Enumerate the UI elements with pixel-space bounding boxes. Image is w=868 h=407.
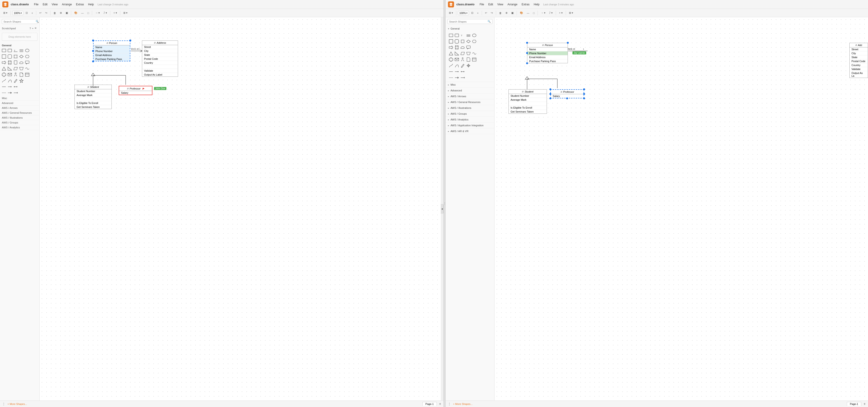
diagram-btn-1[interactable]: ⊞ ▾ <box>2 10 9 15</box>
panel-general-header-2[interactable]: General <box>446 26 494 31</box>
rect-2[interactable]: □ <box>532 11 536 15</box>
shape-rect2[interactable] <box>7 48 12 53</box>
menu-view-2[interactable]: View <box>495 2 505 7</box>
s2-avg[interactable]: Average Mark <box>509 98 547 102</box>
s2-num[interactable]: Student Number <box>509 94 547 98</box>
shape-msg[interactable] <box>7 72 12 77</box>
ps-text[interactable]: T <box>460 33 465 38</box>
menu-arrange-1[interactable]: Arrange <box>60 2 74 7</box>
panel-advanced-header-2[interactable]: Advanced <box>446 88 494 93</box>
tofront-1[interactable]: ▣ <box>64 10 69 15</box>
shape-pencil[interactable] <box>13 78 18 83</box>
add-page-btn-2[interactable]: + <box>864 402 866 406</box>
sidebar-aws-illus-1[interactable]: AWS / Illustrations <box>0 115 39 120</box>
arrow-2[interactable]: → ▾ <box>539 10 547 15</box>
panel-aws-ar-header-2[interactable]: AWS / AR & VR <box>446 128 494 134</box>
undo-1[interactable]: ↩ <box>38 10 43 15</box>
ps-cyl[interactable] <box>454 45 459 50</box>
shape-trap[interactable] <box>19 66 24 71</box>
ps-note[interactable] <box>466 57 471 62</box>
menu-help-1[interactable]: Help <box>86 2 96 7</box>
s2-enroll[interactable]: Is Eligible To Enroll <box>509 106 547 110</box>
ps-dashed[interactable] <box>448 75 454 80</box>
ps-crosshair[interactable] <box>466 63 471 68</box>
address-table-2[interactable]: ⊞ Adc Street City State Postal Code Coun… <box>849 43 868 78</box>
search-input-2[interactable] <box>449 20 488 23</box>
redo-1[interactable]: ↪ <box>44 10 49 15</box>
panel-aws-analytics-header-2[interactable]: AWS / Analytics <box>446 117 494 122</box>
shape-cylinder[interactable] <box>7 60 12 65</box>
ps-trap[interactable] <box>466 51 471 56</box>
shape-lines[interactable] <box>19 48 24 53</box>
zoom-control-2[interactable]: 100% ▾ <box>458 11 469 15</box>
shape-tri[interactable] <box>1 66 6 71</box>
table-1[interactable]: ⊞ ▾ <box>122 10 129 15</box>
shape-wave[interactable] <box>25 66 30 71</box>
shape-hexagon[interactable] <box>25 54 30 59</box>
insert-2[interactable]: + ▾ <box>558 10 564 15</box>
shape-arr2[interactable] <box>7 90 12 95</box>
menu-view-1[interactable]: View <box>50 2 60 7</box>
sidebar-aws-analytics-1[interactable]: AWS / Analytics <box>0 125 39 130</box>
tofront-2[interactable]: ▣ <box>510 10 515 15</box>
ps-hex[interactable] <box>472 39 477 44</box>
ps-open-arr[interactable] <box>454 75 459 80</box>
ps-curve[interactable] <box>454 63 459 68</box>
student-seminars-1[interactable]: Get Seminars Taken <box>75 105 112 109</box>
sidebar-aws-groups-1[interactable]: AWS / Groups <box>0 120 39 125</box>
shape-list[interactable] <box>25 72 30 77</box>
student-avg-1[interactable]: Average Mark <box>75 93 112 97</box>
shape-rounded[interactable] <box>7 54 12 59</box>
a2-street[interactable]: Street <box>849 47 868 52</box>
prof-salary-1[interactable]: Salary <box>119 91 152 95</box>
sidebar-misc-1[interactable]: Misc <box>0 96 39 101</box>
addr-postal-1[interactable]: Postal Code <box>142 57 178 61</box>
zoom-control-1[interactable]: 100% ▾ <box>12 11 23 15</box>
address-table-1[interactable]: ⊞ Address Street City State Postal Code … <box>142 40 178 77</box>
search-input-1[interactable] <box>3 20 36 23</box>
panel-aws-appint-header-2[interactable]: AWS / Application Integration <box>446 123 494 128</box>
a2-city[interactable]: City <box>849 52 868 55</box>
menu-arrange-2[interactable]: Arrange <box>506 2 519 7</box>
ps-cross[interactable] <box>448 57 454 62</box>
shape-scurve[interactable] <box>1 78 6 83</box>
ps-pencil[interactable] <box>460 63 465 68</box>
shape-square[interactable] <box>1 54 6 59</box>
fill-2[interactable]: 🎨 <box>519 10 525 15</box>
ps-rnd[interactable] <box>454 39 459 44</box>
shape-ellipse[interactable] <box>25 48 30 53</box>
shape-text[interactable]: T <box>13 48 18 53</box>
panel-aws-general-header-2[interactable]: AWS / General Resources <box>446 99 494 105</box>
ps-line[interactable] <box>448 69 454 74</box>
shape-line[interactable] <box>1 84 6 89</box>
ps-arrline[interactable] <box>454 69 459 74</box>
line-2[interactable]: — <box>525 11 531 15</box>
shape-note[interactable] <box>19 72 24 77</box>
menu-edit-2[interactable]: Edit <box>486 2 495 7</box>
zoom-in-2[interactable]: + <box>476 11 480 15</box>
student-num-1[interactable]: Student Number <box>75 89 112 93</box>
p2-name[interactable]: Name <box>527 47 567 52</box>
shape-arr1[interactable] <box>1 90 6 95</box>
arrow-1[interactable]: → ▾ <box>94 10 101 15</box>
menu-edit-1[interactable]: Edit <box>41 2 49 7</box>
line-1[interactable]: — <box>80 11 85 15</box>
shape-diamond[interactable] <box>19 54 24 59</box>
person-row-parking-1[interactable]: Purchase Parking Pass <box>94 57 130 61</box>
panel-aws-illus-header-2[interactable]: AWS / Illustrations <box>446 105 494 111</box>
p2-phone[interactable]: Phone Number Jay Lapras <box>527 52 567 55</box>
shape-cloud[interactable] <box>19 60 24 65</box>
redo-2[interactable]: ↪ <box>489 10 494 15</box>
scratchpad-help-1[interactable]: ? <box>30 27 31 30</box>
ps-proc[interactable] <box>460 39 465 44</box>
shape-curve[interactable] <box>7 78 12 83</box>
canvas-1[interactable]: ⊞ Person Name Phone Number Email Address… <box>39 17 441 401</box>
student-table-2[interactable]: ⊞ Student Student Number Average Mark Is… <box>508 89 547 114</box>
zoom-fit-2[interactable]: ⊡ <box>470 10 475 15</box>
ps-diam[interactable] <box>466 39 471 44</box>
p2-parking[interactable]: Purchase Parking Pass <box>527 59 567 63</box>
ps-lines[interactable] <box>466 33 471 38</box>
more-shapes-btn-2[interactable]: + More Shapes... <box>453 403 473 405</box>
ps-list[interactable] <box>472 57 477 62</box>
menu-file-1[interactable]: File <box>32 2 40 7</box>
